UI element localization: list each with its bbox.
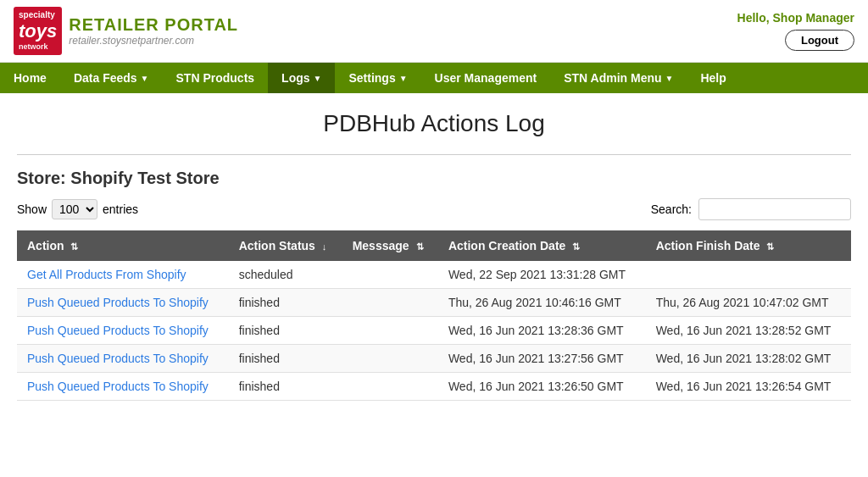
- cell-status: finished: [229, 373, 342, 401]
- entries-label: entries: [103, 202, 138, 216]
- col-message[interactable]: Messsage ⇅: [342, 230, 438, 261]
- nav-item-help[interactable]: Help: [687, 63, 739, 93]
- sort-action-icon: ⇅: [70, 241, 78, 252]
- hello-label: Hello,: [737, 11, 770, 25]
- user-name: Shop Manager: [773, 11, 854, 25]
- col-finish-date[interactable]: Action Finish Date ⇅: [646, 230, 851, 261]
- cell-creation-date: Thu, 26 Aug 2021 10:46:16 GMT: [438, 289, 646, 317]
- nav-item-home[interactable]: Home: [0, 63, 60, 93]
- retailer-portal-sub: retailer.stoysnetpartner.com: [69, 35, 238, 47]
- table-row: Push Queued Products To Shopify finished…: [17, 317, 851, 345]
- page-title: PDBHub Actions Log: [17, 110, 851, 137]
- logo-specialty: specialty: [19, 10, 57, 20]
- divider: [17, 154, 851, 155]
- hello-text: Hello, Shop Manager: [737, 11, 854, 25]
- cell-action[interactable]: Push Queued Products To Shopify: [17, 317, 229, 345]
- datafeeds-arrow-icon: ▼: [141, 74, 149, 83]
- nav-item-datafeeds[interactable]: Data Feeds ▼: [60, 63, 163, 93]
- cell-finish-date: [646, 261, 851, 289]
- cell-creation-date: Wed, 16 Jun 2021 13:27:56 GMT: [438, 345, 646, 373]
- cell-status: finished: [229, 289, 342, 317]
- show-entries-control: Show 10 25 50 100 entries: [17, 199, 138, 219]
- table-body: Get All Products From Shopify scheduled …: [17, 261, 851, 401]
- nav-item-stnproducts[interactable]: STN Products: [163, 63, 269, 93]
- table-row: Push Queued Products To Shopify finished…: [17, 345, 851, 373]
- cell-finish-date: Wed, 16 Jun 2021 13:28:52 GMT: [646, 317, 851, 345]
- cell-message: [342, 345, 438, 373]
- col-creation-date[interactable]: Action Creation Date ⇅: [438, 230, 646, 261]
- col-action[interactable]: Action ⇅: [17, 230, 229, 261]
- cell-action[interactable]: Push Queued Products To Shopify: [17, 289, 229, 317]
- main-nav: Home Data Feeds ▼ STN Products Logs ▼ Se…: [0, 63, 868, 93]
- logo-toys: toys: [19, 20, 57, 42]
- nav-item-usermanagement[interactable]: User Management: [421, 63, 551, 93]
- table-controls: Show 10 25 50 100 entries Search:: [17, 198, 851, 220]
- cell-creation-date: Wed, 22 Sep 2021 13:31:28 GMT: [438, 261, 646, 289]
- settings-arrow-icon: ▼: [399, 74, 408, 83]
- main-content: PDBHub Actions Log Store: Shopify Test S…: [0, 93, 868, 418]
- sort-status-icon: ↓: [322, 241, 327, 252]
- nav-item-settings[interactable]: Settings ▼: [335, 63, 420, 93]
- search-label: Search:: [651, 202, 692, 216]
- logout-button[interactable]: Logout: [785, 30, 854, 51]
- search-area: Search:: [651, 198, 851, 220]
- sort-message-icon: ⇅: [416, 241, 424, 252]
- cell-finish-date: Wed, 16 Jun 2021 13:28:02 GMT: [646, 345, 851, 373]
- table-header: Action ⇅ Action Status ↓ Messsage ⇅ Acti…: [17, 230, 851, 261]
- store-title: Store: Shopify Test Store: [17, 169, 851, 188]
- cell-status: finished: [229, 345, 342, 373]
- table-row: Push Queued Products To Shopify finished…: [17, 373, 851, 401]
- cell-status: finished: [229, 317, 342, 345]
- logo: specialty toys network: [14, 7, 62, 55]
- search-input[interactable]: [698, 198, 851, 220]
- sort-creation-icon: ⇅: [572, 241, 580, 252]
- cell-creation-date: Wed, 16 Jun 2021 13:26:50 GMT: [438, 373, 646, 401]
- user-area: Hello, Shop Manager Logout: [737, 11, 854, 51]
- header-row: Action ⇅ Action Status ↓ Messsage ⇅ Acti…: [17, 230, 851, 261]
- sort-finish-icon: ⇅: [766, 241, 774, 252]
- cell-message: [342, 289, 438, 317]
- cell-finish-date: Thu, 26 Aug 2021 10:47:02 GMT: [646, 289, 851, 317]
- entries-select[interactable]: 10 25 50 100: [52, 199, 97, 219]
- retailer-portal-text: RETAILER PORTAL retailer.stoysnetpartner…: [69, 15, 238, 47]
- cell-action[interactable]: Get All Products From Shopify: [17, 261, 229, 289]
- nav-item-adminmenu[interactable]: STN Admin Menu ▼: [550, 63, 687, 93]
- show-label: Show: [17, 202, 47, 216]
- cell-action[interactable]: Push Queued Products To Shopify: [17, 345, 229, 373]
- logs-arrow-icon: ▼: [314, 74, 322, 83]
- retailer-portal-title: RETAILER PORTAL: [69, 15, 238, 35]
- adminmenu-arrow-icon: ▼: [665, 74, 674, 83]
- actions-table: Action ⇅ Action Status ↓ Messsage ⇅ Acti…: [17, 230, 851, 401]
- cell-message: [342, 261, 438, 289]
- table-row: Push Queued Products To Shopify finished…: [17, 289, 851, 317]
- logo-network: network: [19, 42, 57, 52]
- cell-message: [342, 317, 438, 345]
- cell-status: scheduled: [229, 261, 342, 289]
- cell-action[interactable]: Push Queued Products To Shopify: [17, 373, 229, 401]
- logo-area: specialty toys network RETAILER PORTAL r…: [14, 7, 238, 55]
- cell-finish-date: Wed, 16 Jun 2021 13:26:54 GMT: [646, 373, 851, 401]
- cell-message: [342, 373, 438, 401]
- col-action-status[interactable]: Action Status ↓: [229, 230, 342, 261]
- header: specialty toys network RETAILER PORTAL r…: [0, 0, 868, 63]
- cell-creation-date: Wed, 16 Jun 2021 13:28:36 GMT: [438, 317, 646, 345]
- nav-item-logs[interactable]: Logs ▼: [268, 63, 335, 93]
- table-row: Get All Products From Shopify scheduled …: [17, 261, 851, 289]
